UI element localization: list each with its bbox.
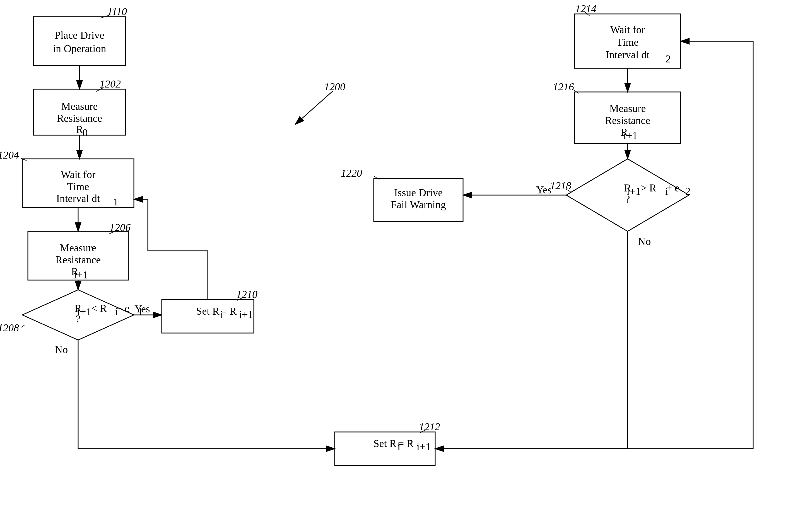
svg-rect-2 <box>33 17 126 65</box>
svg-text:Interval dt: Interval dt <box>606 49 650 60</box>
svg-text:+ e: + e <box>116 302 129 314</box>
svg-text:?: ? <box>625 193 630 205</box>
node-1110: Place Drive in Operation 1110 <box>33 5 127 65</box>
node-1220: Issue Drive Fail Warning 1220 <box>341 167 463 222</box>
label-1204: 1204 <box>0 149 19 161</box>
svg-text:i+1: i+1 <box>623 130 638 141</box>
svg-text:i+1: i+1 <box>417 441 431 453</box>
svg-text:Time: Time <box>67 181 89 192</box>
svg-text:Measure: Measure <box>609 103 646 114</box>
svg-text:Resistance: Resistance <box>57 112 102 124</box>
no-label-1218: No <box>638 236 651 247</box>
svg-text:+ e: + e <box>666 182 680 194</box>
svg-text:Time: Time <box>617 36 639 48</box>
label-1212: 1212 <box>419 421 440 433</box>
svg-text:Interval dt: Interval dt <box>56 193 100 204</box>
label-1206: 1206 <box>109 222 131 233</box>
no-label-1208: No <box>55 344 68 355</box>
svg-text:Measure: Measure <box>61 100 98 112</box>
flowchart: Place Drive in Operation 1110 Measure Re… <box>0 0 812 527</box>
svg-text:Issue Drive: Issue Drive <box>394 187 443 198</box>
label-1110: 1110 <box>107 5 127 17</box>
label-1220: 1220 <box>341 167 362 179</box>
svg-text:Place Drive: Place Drive <box>55 29 104 41</box>
node-1212: Set R i = R i+1 1212 <box>335 421 440 465</box>
svg-line-78 <box>296 91 333 124</box>
svg-text:Set R: Set R <box>196 305 219 317</box>
label-1218: 1218 <box>550 180 571 192</box>
node-1216: Measure Resistance R i+1 1216 <box>553 81 681 144</box>
svg-text:R: R <box>76 123 83 135</box>
svg-text:2: 2 <box>666 53 671 65</box>
label-1200: 1200 <box>324 81 345 92</box>
svg-text:< R: < R <box>91 302 107 314</box>
flow-arrow-1200: 1200 <box>296 81 345 124</box>
svg-text:in Operation: in Operation <box>53 43 106 54</box>
yes-label-1208: Yes <box>134 303 150 315</box>
svg-text:0: 0 <box>83 127 88 138</box>
svg-text:2: 2 <box>685 185 691 197</box>
label-1216: 1216 <box>553 81 574 92</box>
node-1218: R i+1 > R i + e 2 ? 1218 <box>550 159 691 231</box>
svg-text:= R: = R <box>221 305 237 317</box>
svg-text:Resistance: Resistance <box>605 115 651 126</box>
svg-text:i+1: i+1 <box>239 308 253 320</box>
svg-line-35 <box>21 325 25 328</box>
svg-text:Wait for: Wait for <box>610 24 645 35</box>
node-1214: Wait for Time Interval dt 2 1214 <box>575 3 681 68</box>
node-1204: Wait for Time Interval dt 1 1204 <box>0 149 134 208</box>
svg-text:Measure: Measure <box>60 242 97 254</box>
svg-text:?: ? <box>76 313 81 325</box>
svg-text:Wait for: Wait for <box>61 169 96 180</box>
yes-label-1218: Yes <box>536 184 551 196</box>
label-1208: 1208 <box>0 322 19 334</box>
node-1208: R i+1 < R i + e 1 ? 1208 <box>0 290 143 340</box>
svg-text:> R: > R <box>641 182 657 194</box>
svg-text:Fail Warning: Fail Warning <box>391 199 446 210</box>
node-1206: Measure Resistance R i+1 1206 <box>28 222 131 281</box>
svg-text:Resistance: Resistance <box>56 254 101 266</box>
svg-text:i+1: i+1 <box>74 269 88 281</box>
svg-text:Set R: Set R <box>373 438 397 449</box>
node-1210: Set R i = R i+1 1210 <box>162 288 258 333</box>
svg-text:1: 1 <box>113 196 118 208</box>
svg-text:= R: = R <box>398 438 414 449</box>
label-1210: 1210 <box>236 288 258 300</box>
